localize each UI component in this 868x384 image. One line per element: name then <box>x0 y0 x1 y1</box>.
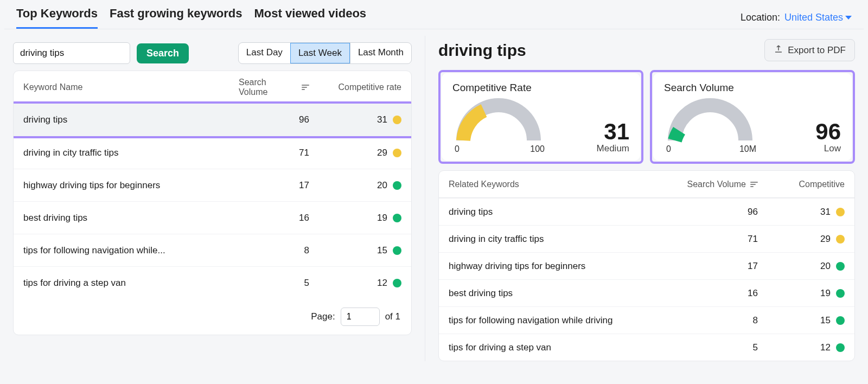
upload-icon <box>774 44 783 56</box>
search-volume-cell: 16 <box>239 213 309 223</box>
gauge-volume-icon <box>664 97 756 146</box>
table-row[interactable]: tips for following navigation while driv… <box>439 306 854 334</box>
competitive-cell: 29 <box>758 234 845 245</box>
location-label: Location: <box>741 12 780 23</box>
table-row[interactable]: driving tips9631 <box>439 198 854 225</box>
competitive-cell: 12 <box>309 278 401 289</box>
gauge1-max: 100 <box>530 144 545 154</box>
search-volume-cell: 71 <box>666 234 758 245</box>
keyword-cell: best driving tips <box>449 288 666 299</box>
competitive-rate-card-frame: Competitive Rate 0 100 <box>438 70 643 164</box>
export-pdf-button[interactable]: Export to PDF <box>764 39 855 61</box>
pager-label: Page: <box>311 311 335 322</box>
gauge1-label: Medium <box>597 143 629 154</box>
search-volume-cell: 5 <box>666 342 758 353</box>
location-selector[interactable]: United States <box>784 12 852 23</box>
keyword-cell: highway driving tips for beginners <box>449 261 666 272</box>
keyword-cell: best driving tips <box>23 213 239 223</box>
status-dot-icon <box>393 279 401 287</box>
related-keywords-table: Related Keywords Search Volume Competiti… <box>438 170 855 361</box>
keywords-table: Keyword Name Search Volume Competitive r… <box>13 71 412 335</box>
table-row[interactable]: tips for driving a step van512 <box>439 334 854 361</box>
status-dot-icon <box>393 214 401 222</box>
status-dot-icon <box>393 149 401 157</box>
pager-total: of 1 <box>385 311 400 322</box>
gauge2-label: Low <box>815 143 841 154</box>
keyword-cell: tips for following navigation while... <box>23 245 239 256</box>
search-button[interactable]: Search <box>137 43 189 63</box>
search-volume-cell: 5 <box>239 278 309 289</box>
search-volume-cell: 96 <box>239 114 309 125</box>
sort-desc-icon <box>750 182 758 187</box>
keyword-cell: tips for driving a step van <box>23 278 239 289</box>
search-volume-cell: 71 <box>239 148 309 158</box>
col-search-volume[interactable]: Search Volume <box>239 78 309 97</box>
seg-last-day[interactable]: Last Day <box>239 43 290 63</box>
status-dot-icon <box>393 246 401 255</box>
keyword-cell: driving tips <box>23 114 239 125</box>
search-volume-cell: 16 <box>666 288 758 299</box>
chevron-down-icon <box>845 16 852 20</box>
gauge1-value: 31 <box>597 120 629 143</box>
status-dot-icon <box>836 235 845 244</box>
table-row[interactable]: driving in city traffic tips7129 <box>439 225 854 252</box>
search-input[interactable] <box>13 42 130 64</box>
status-dot-icon <box>836 316 845 325</box>
col-related-competitive[interactable]: Competitive <box>758 180 845 189</box>
competitive-cell: 19 <box>309 213 401 223</box>
col-keyword-name[interactable]: Keyword Name <box>23 82 239 92</box>
tab-fast-growing[interactable]: Fast growing keywords <box>110 7 242 29</box>
competitive-cell: 15 <box>758 315 845 326</box>
tab-top-keywords[interactable]: Top Keywords <box>16 7 98 29</box>
gauge-competitive-icon <box>452 97 545 146</box>
table-row[interactable]: highway driving tips for beginners1720 <box>439 252 854 279</box>
table-pager: Page: of 1 <box>14 299 411 335</box>
search-volume-cell: 17 <box>239 180 309 191</box>
location-value: United States <box>784 12 843 23</box>
keyword-cell: highway driving tips for beginners <box>23 180 239 191</box>
seg-last-month[interactable]: Last Month <box>350 43 411 63</box>
search-volume-cell: 96 <box>666 207 758 217</box>
col-related-keywords[interactable]: Related Keywords <box>449 180 666 189</box>
sort-desc-icon <box>302 85 309 90</box>
gauge2-min: 0 <box>664 144 671 154</box>
status-dot-icon <box>836 208 845 216</box>
search-volume-cell: 8 <box>239 245 309 256</box>
seg-last-week[interactable]: Last Week <box>290 43 350 63</box>
table-row[interactable]: driving tips9631 <box>14 104 411 136</box>
status-dot-icon <box>836 343 845 352</box>
table-row[interactable]: highway driving tips for beginners1720 <box>14 169 411 201</box>
divider <box>4 29 864 29</box>
col-competitive-rate[interactable]: Competitive rate <box>309 82 401 92</box>
search-volume-cell: 17 <box>666 261 758 272</box>
search-volume-card-frame: Search Volume 0 10M <box>650 70 855 164</box>
table-row[interactable]: tips for following navigation while...81… <box>14 234 411 266</box>
competitive-cell: 31 <box>309 114 401 125</box>
main-tabs: Top Keywords Fast growing keywords Most … <box>16 7 366 29</box>
gauge-competitive-title: Competitive Rate <box>452 82 629 94</box>
keyword-cell: driving in city traffic tips <box>23 148 239 158</box>
col-related-sv[interactable]: Search Volume <box>666 180 758 189</box>
keyword-cell: tips for driving a step van <box>449 342 666 353</box>
search-volume-cell: 8 <box>666 315 758 326</box>
competitive-cell: 29 <box>309 148 401 158</box>
table-row[interactable]: driving in city traffic tips7129 <box>14 136 411 169</box>
tab-most-viewed[interactable]: Most viewed videos <box>254 7 366 29</box>
status-dot-icon <box>393 181 401 190</box>
table-row[interactable]: best driving tips1619 <box>14 201 411 234</box>
keyword-cell: tips for following navigation while driv… <box>449 315 666 326</box>
competitive-cell: 19 <box>758 288 845 299</box>
competitive-cell: 20 <box>309 180 401 191</box>
table-row[interactable]: best driving tips1619 <box>439 279 854 306</box>
gauge2-max: 10M <box>739 144 756 154</box>
pager-page-input[interactable] <box>341 308 380 326</box>
keyword-cell: driving tips <box>449 207 666 217</box>
gauge1-min: 0 <box>452 144 459 154</box>
gauge-volume-title: Search Volume <box>664 82 841 94</box>
competitive-cell: 31 <box>758 207 845 217</box>
competitive-cell: 15 <box>309 245 401 256</box>
gauge2-value: 96 <box>815 120 841 143</box>
highlight-frame: driving tips9631 <box>13 101 412 138</box>
table-row[interactable]: tips for driving a step van512 <box>14 266 411 299</box>
time-range-group: Last Day Last Week Last Month <box>238 42 412 64</box>
